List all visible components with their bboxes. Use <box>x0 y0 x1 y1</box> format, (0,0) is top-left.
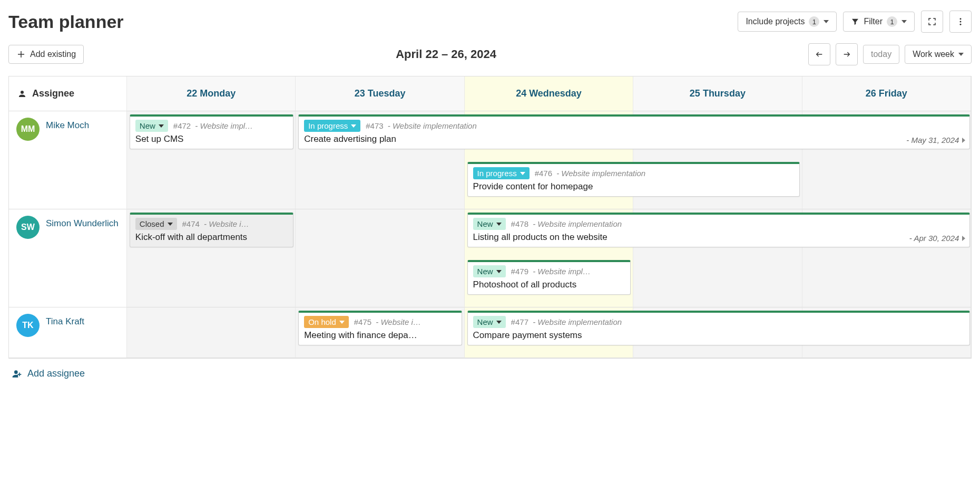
arrow-left-icon <box>815 50 824 59</box>
task-title: Set up CMS <box>135 134 288 144</box>
status-chip[interactable]: Closed <box>135 218 177 230</box>
task-card-473[interactable]: In progress #473 - Website implementatio… <box>298 114 970 149</box>
assignee-name: Mike Moch <box>46 118 89 131</box>
filter-count: 1 <box>887 16 897 27</box>
task-title: Photoshoot of all products <box>473 280 625 290</box>
task-card-476[interactable]: In progress #476 - Website implementatio… <box>467 162 800 197</box>
next-week-button[interactable] <box>836 43 858 65</box>
assignee-name: Tina Kraft <box>46 314 84 327</box>
day-header-thu[interactable]: 25 Thursday <box>633 76 802 111</box>
chevron-right-icon <box>962 138 965 143</box>
chevron-down-icon <box>901 20 907 23</box>
assignee-cell-tina[interactable]: TK Tina Kraft <box>9 307 127 358</box>
add-person-icon <box>12 369 22 379</box>
task-card-479[interactable]: New #479 - Website impl… Photoshoot of a… <box>467 260 631 295</box>
task-title: Meeting with finance depa… <box>304 330 456 341</box>
status-chip[interactable]: New <box>473 316 506 328</box>
status-chip[interactable]: On hold <box>304 316 349 328</box>
avatar: MM <box>16 118 40 141</box>
day-header-wed[interactable]: 24 Wednesday <box>465 76 633 111</box>
day-header-fri[interactable]: 26 Friday <box>802 76 971 111</box>
status-chip[interactable]: In progress <box>304 120 360 132</box>
planner-grid: Assignee 22 Monday 23 Tuesday 24 Wednesd… <box>8 76 972 359</box>
task-card-472[interactable]: New #472 - Website impl… Set up CMS <box>130 114 293 149</box>
add-assignee-button[interactable]: Add assignee <box>8 359 88 389</box>
task-title: Compare payment systems <box>473 330 965 341</box>
prev-week-button[interactable] <box>808 43 830 65</box>
add-existing-button[interactable]: Add existing <box>8 45 84 64</box>
include-projects-count: 1 <box>809 16 819 27</box>
view-mode-select[interactable]: Work week <box>905 45 972 64</box>
status-chip[interactable]: New <box>473 218 506 230</box>
task-extends-indicator: - Apr 30, 2024 <box>909 234 966 243</box>
task-title: Kick-off with all departments <box>135 232 288 243</box>
filter-icon <box>851 17 859 26</box>
svg-point-2 <box>960 24 962 25</box>
assignee-name: Simon Wunderlich <box>46 216 119 229</box>
task-title: Create advertising plan <box>304 134 964 144</box>
assignee-column-header: Assignee <box>9 76 127 111</box>
svg-point-0 <box>960 18 962 20</box>
day-header-tue[interactable]: 23 Tuesday <box>296 76 464 111</box>
status-chip[interactable]: In progress <box>473 167 530 179</box>
include-projects-button[interactable]: Include projects 1 <box>738 12 837 32</box>
status-chip[interactable]: New <box>135 120 168 132</box>
today-button[interactable]: today <box>863 45 899 64</box>
more-menu-button[interactable] <box>949 11 972 33</box>
date-range: April 22 – 26, 2024 <box>396 47 496 61</box>
task-title: Listing all products on the website <box>473 232 965 243</box>
arrow-right-icon <box>842 50 851 59</box>
task-card-475[interactable]: On hold #475 - Website i… Meeting with f… <box>298 311 462 345</box>
task-extends-indicator: - May 31, 2024 <box>906 136 965 144</box>
kebab-icon <box>956 17 965 26</box>
plus-icon <box>16 50 26 59</box>
svg-point-1 <box>960 21 962 23</box>
assignee-cell-simon[interactable]: SW Simon Wunderlich <box>9 209 127 307</box>
status-chip[interactable]: New <box>473 265 506 277</box>
task-title: Provide content for homepage <box>473 181 794 192</box>
chevron-right-icon <box>962 236 965 241</box>
task-card-474[interactable]: Closed #474 - Website i… Kick-off with a… <box>130 213 293 247</box>
fullscreen-button[interactable] <box>921 11 943 33</box>
chevron-down-icon <box>824 20 829 23</box>
day-header-mon[interactable]: 22 Monday <box>127 76 296 111</box>
chevron-down-icon <box>958 53 964 56</box>
page-title: Team planner <box>8 12 124 32</box>
person-icon <box>17 89 27 99</box>
avatar: SW <box>16 216 40 239</box>
task-card-477[interactable]: New #477 - Website implementation Compar… <box>467 311 971 345</box>
avatar: TK <box>16 314 40 337</box>
assignee-cell-mike[interactable]: MM Mike Moch <box>9 111 127 209</box>
task-card-478[interactable]: New #478 - Website implementation Listin… <box>467 213 971 247</box>
filter-button[interactable]: Filter 1 <box>843 12 915 32</box>
fullscreen-icon <box>927 17 937 26</box>
